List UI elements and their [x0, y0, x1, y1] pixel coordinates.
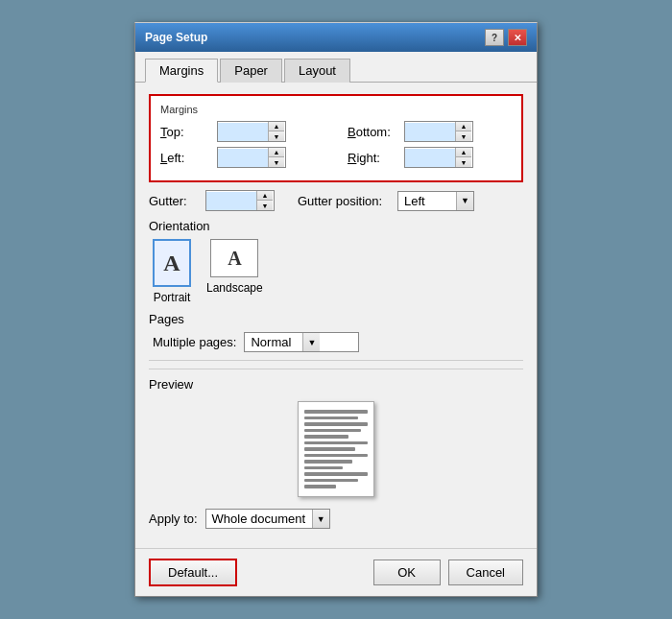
left-right-row: Left: 1" ▲ ▼ Right: 1" ▲	[160, 147, 512, 168]
tab-paper[interactable]: Paper	[220, 59, 282, 83]
right-spinner[interactable]: 1" ▲ ▼	[404, 147, 473, 168]
preview-line-11	[304, 472, 368, 476]
margins-section: Margins Top: 1" ▲ ▼ Bottom:	[149, 94, 523, 182]
bottom-input[interactable]: 1"	[405, 123, 455, 141]
right-spin-buttons: ▲ ▼	[455, 148, 471, 167]
help-button[interactable]: ?	[485, 29, 504, 46]
title-bar: Page Setup ? ✕	[135, 23, 537, 52]
left-spin-buttons: ▲ ▼	[268, 148, 284, 167]
multiple-pages-arrow[interactable]: ▼	[302, 333, 320, 351]
gutter-spin-down[interactable]: ▼	[257, 201, 273, 210]
apply-row: Apply to: Whole document ▼	[149, 509, 523, 529]
right-spin-down[interactable]: ▼	[456, 157, 471, 167]
top-spin-up[interactable]: ▲	[269, 122, 284, 131]
tab-margins[interactable]: Margins	[145, 59, 218, 83]
page-preview	[298, 401, 374, 497]
orientation-section: Orientation A Portrait A Landscape	[149, 219, 523, 304]
pages-label: Pages	[149, 312, 523, 326]
top-spin-buttons: ▲ ▼	[268, 122, 284, 141]
apply-to-value: Whole document	[206, 510, 312, 528]
left-spin-down[interactable]: ▼	[269, 157, 284, 167]
preview-line-10	[304, 466, 343, 470]
portrait-label: Portrait	[154, 291, 191, 304]
right-buttons: OK Cancel	[373, 559, 523, 585]
preview-box	[149, 397, 523, 501]
preview-section: Preview Ap	[149, 369, 523, 529]
pages-section: Pages Multiple pages: Normal ▼	[149, 312, 523, 361]
landscape-icon: A	[210, 239, 258, 277]
gutter-spin-buttons: ▲ ▼	[256, 191, 273, 210]
bottom-spin-buttons: ▲ ▼	[455, 122, 471, 141]
orientation-label: Orientation	[149, 219, 523, 233]
gutter-label: Gutter:	[149, 194, 202, 208]
left-input[interactable]: 1"	[218, 149, 268, 167]
right-input[interactable]: 1"	[405, 149, 455, 167]
preview-line-9	[304, 460, 352, 464]
gutter-row: Gutter: 0" ▲ ▼ Gutter position: Left ▼	[149, 190, 523, 211]
right-field-group: Right: 1" ▲ ▼	[348, 147, 512, 168]
right-label: Right:	[348, 151, 400, 165]
margins-section-label: Margins	[160, 104, 512, 115]
bottom-label: Bottom:	[348, 125, 400, 139]
close-button[interactable]: ✕	[508, 29, 527, 46]
multiple-pages-select[interactable]: Normal ▼	[244, 332, 359, 352]
pages-row: Multiple pages: Normal ▼	[153, 332, 523, 352]
landscape-label: Landscape	[206, 281, 263, 295]
top-label: Top:	[160, 125, 213, 139]
default-button[interactable]: Default...	[149, 559, 237, 586]
preview-line-5	[304, 435, 348, 439]
preview-line-4	[304, 429, 361, 433]
orientation-options: A Portrait A Landscape	[153, 239, 523, 304]
preview-line-6	[304, 441, 368, 445]
bottom-field-group: Bottom: 1" ▲ ▼	[348, 121, 512, 142]
cancel-button[interactable]: Cancel	[448, 559, 523, 585]
gutter-position-value: Left	[398, 192, 456, 210]
tabs-container: Margins Paper Layout	[135, 52, 537, 83]
apply-to-label: Apply to:	[149, 512, 198, 526]
preview-line-12	[304, 479, 358, 483]
multiple-pages-value: Normal	[245, 333, 302, 351]
landscape-option[interactable]: A Landscape	[206, 239, 263, 304]
gutter-position-arrow[interactable]: ▼	[456, 192, 473, 210]
gutter-spinner[interactable]: 0" ▲ ▼	[205, 190, 275, 211]
apply-to-arrow[interactable]: ▼	[312, 510, 329, 528]
preview-line-8	[304, 454, 368, 458]
bottom-spin-down[interactable]: ▼	[456, 131, 471, 141]
top-input[interactable]: 1"	[218, 123, 268, 141]
apply-to-select[interactable]: Whole document ▼	[205, 509, 330, 529]
preview-line-3	[304, 422, 368, 426]
preview-line-7	[304, 447, 355, 451]
tab-layout[interactable]: Layout	[284, 59, 350, 83]
dialog-title: Page Setup	[145, 31, 207, 44]
multiple-pages-label: Multiple pages:	[153, 335, 236, 349]
left-spinner[interactable]: 1" ▲ ▼	[217, 147, 286, 168]
dialog-content: Margins Top: 1" ▲ ▼ Bottom:	[135, 83, 537, 548]
preview-label: Preview	[149, 369, 523, 392]
portrait-option[interactable]: A Portrait	[153, 239, 191, 304]
title-bar-buttons: ? ✕	[485, 29, 527, 46]
gutter-position-label: Gutter position:	[298, 194, 394, 208]
gutter-position-select[interactable]: Left ▼	[397, 191, 474, 211]
gutter-spin-up[interactable]: ▲	[257, 191, 273, 201]
top-spinner[interactable]: 1" ▲ ▼	[217, 121, 286, 142]
left-field-group: Left: 1" ▲ ▼	[160, 147, 324, 168]
ok-button[interactable]: OK	[373, 559, 441, 585]
preview-line-2	[304, 417, 358, 420]
left-label: Left:	[160, 151, 213, 165]
bottom-spinner[interactable]: 1" ▲ ▼	[404, 121, 473, 142]
page-setup-dialog: Page Setup ? ✕ Margins Paper Layout Marg…	[134, 22, 538, 597]
bottom-buttons: Default... OK Cancel	[135, 548, 537, 596]
top-bottom-row: Top: 1" ▲ ▼ Bottom: 1" ▲	[160, 121, 512, 142]
right-spin-up[interactable]: ▲	[456, 148, 471, 157]
left-spin-up[interactable]: ▲	[269, 148, 284, 157]
preview-line-13	[304, 485, 336, 488]
portrait-icon: A	[153, 239, 191, 287]
top-field-group: Top: 1" ▲ ▼	[160, 121, 324, 142]
top-spin-down[interactable]: ▼	[269, 131, 284, 141]
gutter-input[interactable]: 0"	[206, 192, 256, 210]
preview-line-1	[304, 410, 368, 414]
bottom-spin-up[interactable]: ▲	[456, 122, 471, 131]
